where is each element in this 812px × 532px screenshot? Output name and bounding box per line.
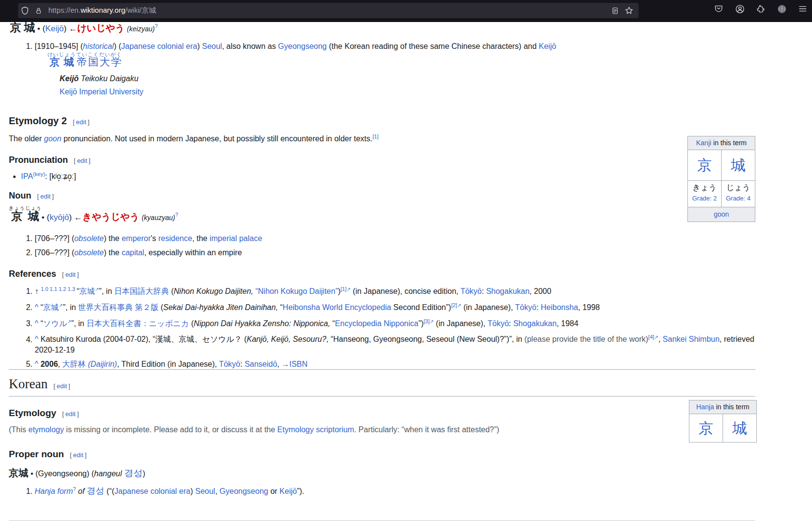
kanji-char-link[interactable]: 京 [688, 150, 722, 180]
link[interactable]: (Daijirin) [88, 360, 117, 368]
link[interactable]: 1.3 [68, 286, 77, 292]
link[interactable]: Shogakukan [486, 287, 530, 295]
edit-link[interactable]: edit [76, 157, 89, 164]
link[interactable]: [3] [424, 318, 429, 324]
link[interactable]: capital [122, 248, 144, 257]
globe-icon[interactable] [776, 3, 787, 14]
url-text: https://en.wiktionary.org/wiki/京城 [48, 6, 156, 15]
edit-link[interactable]: edit [72, 451, 85, 459]
lock-icon[interactable] [32, 4, 45, 18]
link[interactable]: Shogakukan [513, 319, 556, 328]
link[interactable]: ↗ [457, 303, 461, 308]
edit-link[interactable]: edit [64, 271, 77, 278]
link[interactable]: kyōjō [49, 213, 69, 222]
link[interactable]: 京城 [43, 303, 59, 311]
link[interactable]: Gyeongseong [219, 487, 268, 495]
account-icon[interactable] [734, 3, 745, 14]
link[interactable]: 大学だいがく [99, 56, 122, 67]
link[interactable]: Japanese colonial era [121, 42, 197, 50]
link[interactable]: obsolete [74, 234, 104, 243]
link[interactable]: IPA [21, 172, 33, 180]
link[interactable]: obsolete [74, 248, 104, 257]
link[interactable]: ^ [35, 303, 41, 311]
link[interactable]: ソウル [43, 319, 67, 328]
link[interactable]: [2] [451, 302, 457, 308]
link[interactable]: Tōkyō [488, 319, 509, 328]
link[interactable]: ↗ [67, 319, 71, 324]
link[interactable]: ↗ [59, 303, 63, 308]
link[interactable]: 日本大百科全書：ニッポニカ [86, 319, 189, 328]
link[interactable]: ↗ [429, 319, 433, 324]
link[interactable]: [4] [648, 334, 654, 340]
link[interactable]: “Nihon Kokugo Daijiten” [256, 287, 338, 295]
link[interactable]: 日本国語大辞典 [114, 287, 169, 295]
link[interactable]: 帝国ていこく [76, 56, 99, 67]
link[interactable]: emperor [122, 234, 151, 243]
link[interactable]: 1.2 [59, 286, 67, 292]
link[interactable]: Keijō [539, 42, 556, 50]
link[interactable]: 경성 [124, 468, 143, 478]
link[interactable]: Japanese colonial era [114, 487, 191, 495]
link[interactable]: imperial palace [210, 234, 262, 243]
link[interactable]: [1] [341, 286, 346, 292]
edit-link[interactable]: edit [64, 410, 77, 418]
link[interactable]: Encyclopedia Nipponica [335, 319, 419, 328]
bookmark-star-icon[interactable] [622, 4, 636, 18]
link[interactable]: 경성 [87, 486, 105, 496]
link[interactable]: Sanseidō [245, 360, 278, 368]
link[interactable]: Hanja [696, 403, 714, 411]
link[interactable]: 京城けいじょう [47, 56, 76, 67]
link[interactable]: ^ [35, 319, 41, 328]
link[interactable]: Tōkyō [219, 360, 240, 368]
link[interactable]: goon [44, 134, 62, 143]
link[interactable]: ^ [35, 335, 41, 344]
goon-link[interactable]: goon [688, 207, 755, 222]
link[interactable]: Tōkyō [515, 303, 536, 311]
link[interactable]: 1.1 [50, 286, 59, 292]
link[interactable]: residence [158, 234, 192, 243]
pocket-icon[interactable] [713, 3, 724, 14]
menu-icon[interactable] [797, 3, 808, 14]
link[interactable]: Seoul [202, 42, 222, 50]
link[interactable]: Keijō Imperial University [60, 88, 144, 96]
edit-link[interactable]: edit [75, 118, 88, 126]
kanji-char-link[interactable]: 城 [722, 150, 755, 180]
reader-view-icon[interactable] [608, 4, 622, 18]
heading-references: References[edit] [9, 269, 79, 279]
grade-link[interactable]: Grade: 2 [688, 195, 721, 202]
link[interactable]: Heibonsha [541, 303, 578, 311]
edit-link[interactable]: edit [55, 382, 68, 390]
link[interactable]: Hanja form [35, 487, 73, 495]
bracket: ] [77, 271, 79, 278]
link[interactable]: Etymology scriptorium [278, 425, 354, 434]
link[interactable]: →ISBN [281, 360, 307, 368]
extensions-icon[interactable] [755, 3, 766, 14]
link[interactable]: ^ [35, 360, 41, 368]
shield-icon[interactable] [18, 4, 32, 18]
grade-link[interactable]: Grade: 4 [722, 195, 755, 202]
link[interactable]: Seoul [195, 487, 215, 495]
link[interactable]: Tōkyō [460, 287, 482, 295]
link[interactable]: ↗ [95, 287, 99, 292]
link[interactable]: Keijō [279, 487, 297, 495]
link[interactable]: etymology [28, 425, 64, 434]
url-bar[interactable]: https://en.wiktionary.org/wiki/京城 [18, 3, 639, 18]
link[interactable]: 大辞林 [62, 360, 87, 368]
link[interactable]: ? [155, 23, 158, 29]
link[interactable]: Heibonsha World Encyclopedia [283, 303, 391, 311]
link[interactable]: ↗ [346, 287, 350, 292]
link[interactable]: Kanji [696, 139, 711, 147]
link[interactable]: 1.0 [41, 286, 49, 292]
link[interactable]: (key) [33, 171, 45, 177]
link[interactable]: 京城 [79, 287, 95, 295]
link[interactable]: Keijō [45, 24, 64, 33]
link[interactable]: [1] [372, 133, 378, 139]
edit-link[interactable]: edit [39, 193, 52, 200]
link[interactable]: Gyeongseong [278, 42, 327, 50]
link[interactable]: 世界大百科事典 第２版 [78, 303, 158, 311]
hanja-char-link[interactable]: 城 [723, 414, 756, 442]
link[interactable]: ? [175, 212, 178, 218]
link[interactable]: Sankei Shimbun [662, 335, 720, 344]
hanja-char-link[interactable]: 京 [689, 414, 723, 442]
link[interactable]: historical [83, 42, 114, 50]
